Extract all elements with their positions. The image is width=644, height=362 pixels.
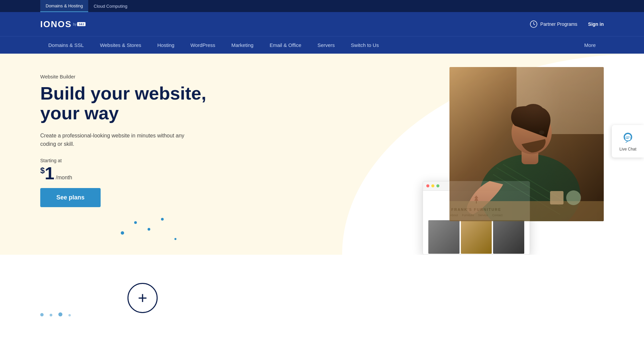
bottom-dot-2 bbox=[50, 314, 52, 316]
hero-price: $1/month bbox=[40, 165, 208, 182]
sign-in-button[interactable]: Sign in bbox=[588, 21, 604, 27]
nav-websites-stores[interactable]: Websites & Stores bbox=[92, 37, 149, 54]
header: IONOS by 1&1 Partner Programs Sign in bbox=[0, 12, 644, 36]
hero-price-label: Starting at bbox=[40, 158, 208, 163]
hero-content: Website Builder Build your website, your… bbox=[0, 54, 208, 207]
logo-1and1: 1&1 bbox=[77, 22, 86, 26]
mockup-dot-yellow bbox=[431, 184, 434, 187]
partner-programs-link[interactable]: Partner Programs bbox=[530, 20, 577, 28]
hero-description: Create a professional-looking website in… bbox=[40, 131, 201, 148]
dot-3 bbox=[161, 218, 164, 221]
nav-marketing[interactable]: Marketing bbox=[223, 37, 262, 54]
plus-icon: + bbox=[138, 290, 147, 306]
nav-hosting[interactable]: Hosting bbox=[149, 37, 182, 54]
logo-ionos-text: IONOS bbox=[40, 19, 72, 29]
add-icon-circle[interactable]: + bbox=[127, 283, 158, 313]
top-bar-domains-hosting[interactable]: Domains & Hosting bbox=[40, 0, 88, 12]
mockup-image-1 bbox=[428, 220, 460, 254]
logo-by-text: by 1&1 bbox=[73, 22, 86, 26]
partner-icon bbox=[530, 20, 538, 28]
mockup-product-images bbox=[428, 220, 524, 254]
svg-rect-15 bbox=[631, 137, 632, 139]
bottom-dot-3 bbox=[58, 312, 62, 316]
bottom-dot-4 bbox=[68, 314, 71, 316]
live-chat-widget[interactable]: Live Chat bbox=[612, 125, 644, 158]
svg-rect-14 bbox=[624, 137, 625, 139]
dot-5 bbox=[174, 238, 176, 240]
top-bar-cloud-computing[interactable]: Cloud Computing bbox=[88, 0, 132, 12]
mockup-dot-red bbox=[426, 184, 429, 187]
bottom-dots bbox=[40, 312, 71, 316]
hero-photo bbox=[449, 67, 604, 221]
live-chat-label: Live Chat bbox=[620, 147, 637, 152]
nav-wordpress[interactable]: WordPress bbox=[182, 37, 223, 54]
hero-title: Build your website, your way bbox=[40, 83, 208, 123]
dot-1 bbox=[134, 221, 137, 224]
svg-rect-11 bbox=[550, 191, 564, 204]
dot-2 bbox=[148, 228, 150, 231]
nav-more[interactable]: More bbox=[576, 37, 604, 54]
nav-servers[interactable]: Servers bbox=[309, 37, 343, 54]
nav-domains-ssl[interactable]: Domains & SSL bbox=[40, 37, 92, 54]
bottom-dot-1 bbox=[40, 313, 44, 316]
nav-email-office[interactable]: Email & Office bbox=[262, 37, 310, 54]
hero-images: FRANK'S FURNITURE About Furniture Servic… bbox=[423, 67, 604, 255]
hero-price-month: /month bbox=[56, 175, 72, 180]
nav-switch-to-us[interactable]: Switch to Us bbox=[343, 37, 387, 54]
svg-rect-10 bbox=[449, 201, 604, 221]
svg-point-12 bbox=[566, 190, 581, 205]
live-chat-icon bbox=[621, 131, 635, 145]
main-nav: Domains & SSL Websites & Stores Hosting … bbox=[0, 36, 644, 54]
header-right: Partner Programs Sign in bbox=[530, 20, 604, 28]
mockup-image-2 bbox=[461, 220, 492, 254]
dot-4 bbox=[121, 231, 124, 235]
see-plans-button[interactable]: See plans bbox=[40, 188, 101, 207]
mockup-image-3 bbox=[493, 220, 524, 254]
hero-section: Website Builder Build your website, your… bbox=[0, 54, 644, 255]
bottom-section: + bbox=[0, 255, 644, 320]
top-bar: Domains & Hosting Cloud Computing bbox=[0, 0, 644, 12]
logo[interactable]: IONOS by 1&1 bbox=[40, 19, 86, 29]
svg-point-9 bbox=[539, 130, 544, 134]
hero-subtitle: Website Builder bbox=[40, 74, 208, 79]
mockup-dot-green bbox=[436, 184, 439, 187]
